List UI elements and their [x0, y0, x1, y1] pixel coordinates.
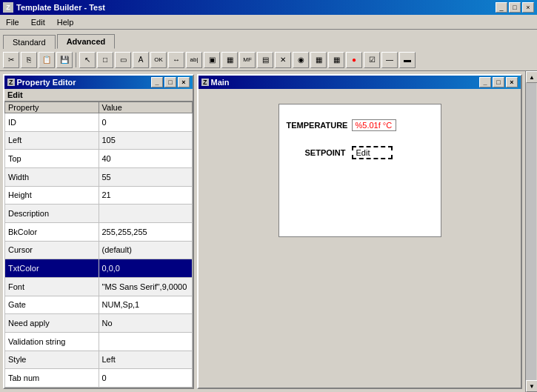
prop-label: Gate — [5, 296, 99, 314]
table-row[interactable]: Need applyNo — [5, 314, 193, 333]
property-table: Property Value ID0Left105Top40Width55Hei… — [4, 102, 193, 388]
table-row[interactable]: Description — [5, 205, 193, 223]
close-button[interactable]: × — [522, 2, 534, 13]
prop-editor-title-label: Property Editor — [17, 78, 76, 87]
tool-edit[interactable]: ab| — [186, 52, 202, 68]
prop-value[interactable]: 0 — [99, 369, 193, 388]
table-row[interactable]: GateNUM,Sp,1 — [5, 296, 193, 314]
prop-value[interactable]: 0,0,0 — [99, 259, 193, 278]
property-editor-title: Z Property Editor _ □ × — [4, 76, 193, 89]
prop-value[interactable]: 0 — [99, 113, 193, 132]
tool-text[interactable]: A — [133, 52, 149, 68]
prop-label: Tab num — [5, 369, 99, 388]
prop-section-edit: Edit — [4, 89, 193, 102]
prop-close-button[interactable]: × — [178, 77, 190, 87]
tool-grid1[interactable]: ▦ — [310, 52, 327, 68]
prop-label: Font — [5, 277, 99, 296]
prop-value[interactable]: (default) — [99, 241, 193, 259]
prop-value[interactable] — [99, 332, 193, 351]
prop-label: ID — [5, 113, 99, 132]
scroll-down-button[interactable]: ▼ — [526, 380, 537, 392]
tool-red-circle[interactable]: ● — [346, 52, 362, 68]
maximize-button[interactable]: □ — [509, 2, 521, 13]
prop-value[interactable]: 55 — [99, 167, 193, 186]
prop-label: Top — [5, 150, 99, 168]
col-property: Property — [5, 102, 99, 113]
outer-scrollbar: ▲ ▼ — [525, 71, 537, 392]
title-bar-controls: _ □ × — [496, 2, 534, 13]
prop-value[interactable]: 40 — [99, 150, 193, 168]
prop-value[interactable]: No — [99, 314, 193, 333]
table-row[interactable]: TxtColor0,0,0 — [5, 259, 193, 278]
table-row[interactable]: Cursor(default) — [5, 241, 193, 259]
tool-roundrect[interactable]: ▭ — [115, 52, 131, 68]
prop-minimize-button[interactable]: _ — [151, 77, 163, 87]
tool-mf[interactable]: MF — [239, 52, 256, 68]
prop-value[interactable] — [99, 205, 193, 223]
tool-select[interactable]: ↖ — [79, 52, 96, 68]
table-row[interactable]: Tab num0 — [5, 369, 193, 388]
main-minimize-button[interactable]: _ — [479, 77, 491, 87]
table-row[interactable]: Top40 — [5, 150, 193, 168]
prop-value[interactable]: 255,255,255 — [99, 222, 193, 241]
tool-thick-line[interactable]: ▬ — [399, 52, 416, 68]
app-icon: Z — [3, 2, 13, 13]
temperature-value: %5.01f °C — [352, 119, 396, 131]
tool-line[interactable]: — — [381, 52, 398, 68]
tab-standard[interactable]: Standard — [3, 35, 56, 49]
menu-help[interactable]: Help — [51, 16, 80, 28]
table-row[interactable]: Validation string — [5, 332, 193, 351]
tool-check[interactable]: ☑ — [364, 52, 380, 68]
minimize-button[interactable]: _ — [496, 2, 507, 13]
tool-radio[interactable]: ◉ — [293, 52, 309, 68]
tool-image2[interactable]: ▦ — [221, 52, 238, 68]
tool-button[interactable]: OK — [150, 52, 167, 68]
tab-advanced[interactable]: Advanced — [57, 34, 116, 49]
table-row[interactable]: Font"MS Sans Serif",9,0000 — [5, 277, 193, 296]
prop-value[interactable]: Left — [99, 351, 193, 369]
table-row[interactable]: Height21 — [5, 186, 193, 205]
setpoint-row: SETPOINT Edit — [287, 146, 433, 159]
table-row[interactable]: ID0 — [5, 113, 193, 132]
tool-grid2[interactable]: ▦ — [328, 52, 344, 68]
tool-copy[interactable]: ⎘ — [21, 52, 37, 68]
tool-rect[interactable]: □ — [97, 52, 113, 68]
menu-file[interactable]: File — [0, 16, 25, 28]
tool-cross[interactable]: ✕ — [275, 52, 291, 68]
prop-maximize-button[interactable]: □ — [164, 77, 176, 87]
main-close-button[interactable]: × — [506, 77, 518, 87]
table-row[interactable]: BkColor255,255,255 — [5, 222, 193, 241]
prop-label: Style — [5, 351, 99, 369]
setpoint-edit[interactable]: Edit — [352, 146, 393, 159]
prop-value[interactable]: "MS Sans Serif",9,0000 — [99, 277, 193, 296]
scroll-track[interactable] — [526, 83, 536, 380]
prop-label: Width — [5, 167, 99, 186]
form-canvas: TEMPERATURE %5.01f °C SETPOINT Edit — [278, 104, 441, 237]
prop-label: TxtColor — [5, 259, 99, 278]
table-row[interactable]: StyleLeft — [5, 351, 193, 369]
prop-editor-icon: Z — [7, 79, 15, 86]
menu-edit[interactable]: Edit — [25, 16, 51, 28]
main-window-icon: Z — [201, 79, 209, 86]
tool-paste[interactable]: 📋 — [39, 52, 55, 68]
toolbar: ✂ ⎘ 📋 💾 ↖ □ ▭ A OK ↔ ab| ▣ ▦ MF ▤ ✕ ◉ ▦ … — [0, 49, 537, 71]
prop-value[interactable]: 21 — [99, 186, 193, 205]
prop-label: Validation string — [5, 332, 99, 351]
table-row[interactable]: Left105 — [5, 131, 193, 150]
prop-label: BkColor — [5, 222, 99, 241]
main-window-body: TEMPERATURE %5.01f °C SETPOINT Edit — [199, 89, 521, 388]
main-window-title-label: Main — [211, 78, 230, 87]
tool-table[interactable]: ▤ — [257, 52, 273, 68]
prop-value[interactable]: NUM,Sp,1 — [99, 296, 193, 314]
main-maximize-button[interactable]: □ — [493, 77, 504, 87]
tool-image1[interactable]: ▣ — [204, 52, 220, 68]
tool-resize[interactable]: ↔ — [168, 52, 184, 68]
tool-save[interactable]: 💾 — [56, 52, 73, 68]
main-window-controls: _ □ × — [479, 77, 518, 87]
scroll-up-button[interactable]: ▲ — [526, 71, 537, 83]
tool-cut[interactable]: ✂ — [3, 52, 19, 68]
prop-editor-controls: _ □ × — [151, 77, 190, 87]
table-row[interactable]: Width55 — [5, 167, 193, 186]
main-layout: Z Property Editor _ □ × Edit Property Va… — [0, 71, 537, 392]
prop-value[interactable]: 105 — [99, 131, 193, 150]
